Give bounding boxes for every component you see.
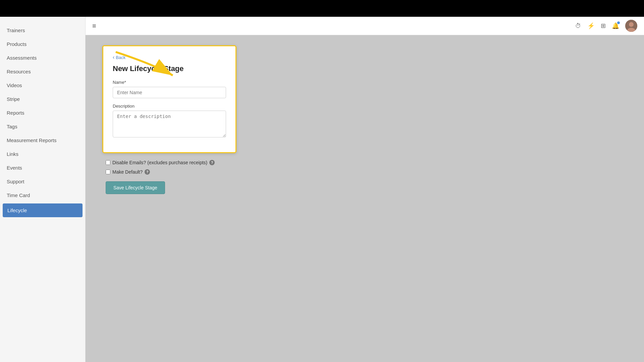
sidebar-item-trainers[interactable]: Trainers bbox=[0, 23, 85, 37]
disable-emails-checkbox[interactable] bbox=[106, 160, 110, 165]
name-label: Name* bbox=[113, 80, 226, 85]
make-default-checkbox[interactable] bbox=[106, 170, 110, 174]
sidebar-item-support[interactable]: Support bbox=[0, 175, 85, 188]
sidebar-item-lifecycle[interactable]: Lifecycle bbox=[3, 203, 83, 217]
below-card: Disable Emails? (excludes purchase recei… bbox=[102, 160, 631, 194]
bell-icon[interactable]: 🔔 bbox=[612, 22, 619, 29]
main-content: ≡ ⏱ ⚡ ⊞ 🔔 bbox=[86, 17, 644, 362]
grid-icon[interactable]: ⊞ bbox=[601, 22, 606, 29]
sidebar-item-time-card[interactable]: Time Card bbox=[0, 188, 85, 202]
lightning-icon[interactable]: ⚡ bbox=[587, 22, 595, 29]
header-right: ⏱ ⚡ ⊞ 🔔 bbox=[575, 20, 637, 32]
back-link[interactable]: Back bbox=[113, 54, 226, 60]
sidebar-item-measurement-reports[interactable]: Measurement Reports bbox=[0, 133, 85, 147]
top-bar bbox=[0, 0, 644, 17]
sidebar-item-events[interactable]: Events bbox=[0, 161, 85, 175]
name-input[interactable] bbox=[113, 87, 226, 98]
save-lifecycle-stage-button[interactable]: Save Lifecycle Stage bbox=[106, 181, 165, 194]
hamburger-icon[interactable]: ≡ bbox=[92, 22, 96, 30]
disable-emails-help-icon[interactable]: ? bbox=[209, 160, 215, 165]
sidebar-item-links[interactable]: Links bbox=[0, 147, 85, 161]
user-avatar[interactable] bbox=[625, 20, 637, 32]
sidebar-item-videos[interactable]: Videos bbox=[0, 78, 85, 92]
sidebar-item-resources[interactable]: Resources bbox=[0, 65, 85, 78]
disable-emails-label: Disable Emails? (excludes purchase recei… bbox=[112, 160, 207, 165]
form-title: New Lifecycle Stage bbox=[113, 64, 226, 73]
make-default-label: Make Default? bbox=[112, 169, 143, 175]
page-content: Back New Lifecycle Stage Name* Descripti… bbox=[86, 35, 644, 362]
sidebar: Trainers Products Assessments Resources … bbox=[0, 17, 86, 362]
sidebar-item-tags[interactable]: Tags bbox=[0, 120, 85, 133]
description-input[interactable] bbox=[113, 111, 226, 137]
make-default-row: Make Default? ? bbox=[106, 169, 627, 175]
clock-icon[interactable]: ⏱ bbox=[575, 22, 581, 29]
sidebar-item-assessments[interactable]: Assessments bbox=[0, 51, 85, 65]
description-field-group: Description bbox=[113, 104, 226, 139]
notification-badge bbox=[617, 21, 620, 24]
svg-point-1 bbox=[629, 22, 634, 27]
form-card-container: Back New Lifecycle Stage Name* Descripti… bbox=[102, 45, 631, 194]
description-label: Description bbox=[113, 104, 226, 109]
header-left: ≡ bbox=[92, 22, 96, 30]
content-area: Trainers Products Assessments Resources … bbox=[0, 17, 644, 362]
name-field-group: Name* bbox=[113, 80, 226, 98]
make-default-help-icon[interactable]: ? bbox=[145, 169, 150, 175]
sidebar-item-reports[interactable]: Reports bbox=[0, 106, 85, 120]
sidebar-item-stripe[interactable]: Stripe bbox=[0, 92, 85, 106]
disable-emails-row: Disable Emails? (excludes purchase recei… bbox=[106, 160, 627, 165]
app-wrapper: Trainers Products Assessments Resources … bbox=[0, 0, 644, 362]
header-bar: ≡ ⏱ ⚡ ⊞ 🔔 bbox=[86, 17, 644, 35]
sidebar-item-products[interactable]: Products bbox=[0, 37, 85, 51]
form-card: Back New Lifecycle Stage Name* Descripti… bbox=[102, 45, 236, 153]
